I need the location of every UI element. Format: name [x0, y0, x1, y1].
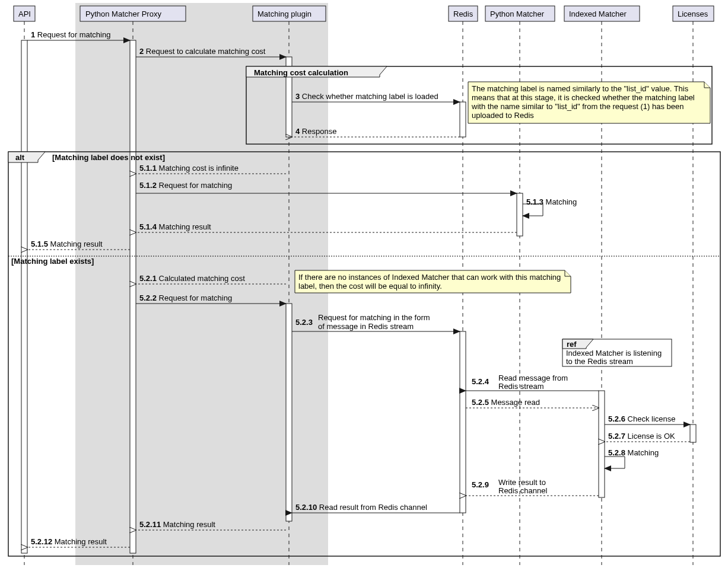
msg-528: 5.2.8 Matching	[605, 448, 659, 468]
msg-526: 5.2.6 Check license	[605, 414, 690, 425]
svg-rect-22	[130, 40, 136, 553]
svg-text:Read message from: Read message from	[498, 374, 568, 382]
svg-text:5.1.3 Matching: 5.1.3 Matching	[526, 197, 577, 206]
svg-text:5.2.5 Message read: 5.2.5 Message read	[472, 398, 540, 407]
svg-rect-24	[286, 304, 292, 521]
svg-text:5.2.3: 5.2.3	[295, 318, 313, 327]
svg-text:5.2.10 Read result from Redis : 5.2.10 Read result from Redis channel	[295, 503, 427, 512]
svg-text:[Matching label does not exist: [Matching label does not exist]	[52, 153, 165, 162]
msg-525: 5.2.5 Message read	[466, 398, 599, 408]
svg-text:Licenses: Licenses	[678, 9, 708, 18]
svg-text:5.2.2 Request for matching: 5.2.2 Request for matching	[139, 293, 232, 302]
svg-text:5.2.11 Matching result: 5.2.11 Matching result	[139, 520, 215, 529]
sequence-diagram: API Python Matcher Proxy Matching plugin…	[0, 0, 728, 568]
msg-524: 5.2.4 Read message from Redis stream	[466, 374, 599, 391]
svg-text:5.1.1 Matching cost is infinit: 5.1.1 Matching cost is infinite	[139, 164, 239, 173]
svg-text:Redis channel: Redis channel	[498, 486, 547, 495]
participant-python-matcher: Python Matcher	[485, 6, 555, 21]
svg-text:to the Redis stream: to the Redis stream	[566, 357, 633, 366]
participant-python-matcher-proxy: Python Matcher Proxy	[80, 6, 186, 21]
svg-text:5.1.4 Matching result: 5.1.4 Matching result	[139, 222, 211, 231]
svg-text:Redis stream: Redis stream	[498, 382, 544, 391]
svg-text:[Matching label exists]: [Matching label exists]	[11, 257, 94, 266]
svg-text:Python Matcher: Python Matcher	[490, 9, 545, 18]
svg-text:Matching cost calculation: Matching cost calculation	[254, 68, 348, 77]
participant-indexed-matcher: Indexed Matcher	[564, 6, 640, 21]
svg-text:Python Matcher Proxy: Python Matcher Proxy	[85, 9, 161, 18]
svg-text:5.2.4: 5.2.4	[472, 377, 489, 386]
note-infinity: If there are no instances of Indexed Mat…	[295, 270, 571, 293]
svg-rect-26	[460, 331, 466, 513]
frame-ref: ref Indexed Matcher is listening to the …	[562, 339, 672, 366]
svg-text:Indexed Matcher is listening: Indexed Matcher is listening	[566, 349, 662, 358]
svg-text:5.2.1 Calculated matching cost: 5.2.1 Calculated matching cost	[139, 274, 245, 283]
msg-3: 3 Check whether matching label is loaded	[292, 92, 460, 102]
participant-licenses: Licenses	[673, 6, 714, 21]
participant-api: API	[14, 6, 35, 21]
svg-text:5.2.6 Check license: 5.2.6 Check license	[608, 414, 675, 423]
msg-529: 5.2.9 Write result to Redis channel	[466, 478, 599, 496]
svg-text:5.2.9: 5.2.9	[472, 480, 489, 489]
participant-matching-plugin: Matching plugin	[253, 6, 326, 21]
svg-text:alt: alt	[15, 153, 25, 162]
note-label-redis: The matching label is named similarly to…	[468, 82, 710, 123]
svg-text:Matching plugin: Matching plugin	[257, 9, 311, 18]
participant-redis: Redis	[449, 6, 478, 21]
svg-text:1 Request for matching: 1 Request for matching	[31, 30, 110, 39]
msg-527: 5.2.7 License is OK	[605, 432, 690, 442]
svg-text:5.2.8 Matching: 5.2.8 Matching	[608, 448, 659, 457]
svg-text:5.1.5 Matching result: 5.1.5 Matching result	[31, 240, 103, 248]
msg-4: 4 Response	[292, 127, 460, 137]
svg-text:4 Response: 4 Response	[295, 127, 336, 136]
msg-2: 2 Request to calculate matching cost	[136, 47, 286, 57]
svg-text:API: API	[18, 9, 31, 18]
svg-text:Redis: Redis	[453, 9, 473, 18]
svg-text:5.2.12 Matching result: 5.2.12 Matching result	[31, 537, 107, 546]
msg-513: 5.1.3 Matching	[523, 197, 577, 216]
svg-text:5.1.2 Request for matching: 5.1.2 Request for matching	[139, 181, 232, 190]
svg-rect-28	[599, 391, 605, 497]
svg-text:Write result to: Write result to	[498, 478, 546, 487]
svg-text:ref: ref	[567, 340, 577, 349]
svg-rect-29	[690, 425, 696, 442]
svg-text:2 Request to calculate matchin: 2 Request to calculate matching cost	[139, 47, 266, 56]
svg-text:Indexed Matcher: Indexed Matcher	[569, 9, 627, 18]
svg-rect-27	[517, 193, 523, 236]
svg-text:3 Check whether matching label: 3 Check whether matching label is loaded	[295, 92, 438, 101]
svg-text:of message in Redis stream: of message in Redis stream	[318, 322, 414, 331]
svg-rect-25	[460, 102, 466, 137]
svg-rect-21	[21, 40, 27, 553]
svg-text:5.2.7 License is OK: 5.2.7 License is OK	[608, 432, 675, 441]
svg-text:Request for matching in the fo: Request for matching in the form	[318, 313, 430, 322]
msg-5210: 5.2.10 Read result from Redis channel	[292, 503, 460, 513]
